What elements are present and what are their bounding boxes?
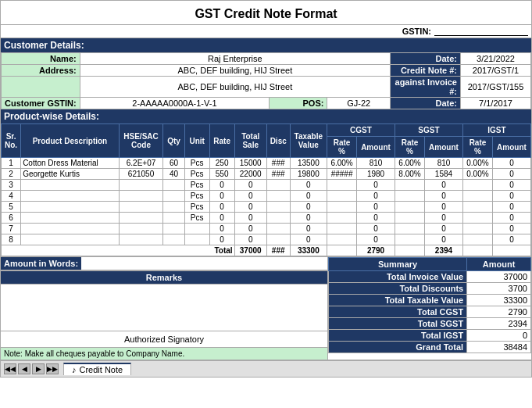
customer-gstin-row: Customer GSTIN: 2-AAAAA0000A-1-V-1 POS: …	[2, 98, 531, 109]
items-header-row1: Sr. No. Product Description HSE/SAC Code…	[2, 124, 531, 137]
col-hse: HSE/SAC Code	[119, 124, 162, 158]
customer-info-table: Name: Raj Enterprise Date: 3/21/2022 Add…	[1, 52, 531, 109]
table-row: 1Cotton Dress Material6.2E+0760Pcs250150…	[2, 158, 531, 169]
gstin-row: GSTIN:	[1, 25, 531, 38]
gstin-value[interactable]	[434, 27, 528, 36]
product-section-header: Product-wise Details:	[1, 109, 531, 123]
words-label: Amount in Words:	[1, 257, 81, 270]
words-row: Amount in Words:	[1, 257, 327, 270]
items-tbody: 1Cotton Dress Material6.2E+0760Pcs250150…	[2, 158, 531, 245]
total-disc: ###	[266, 245, 290, 256]
col-unit: Unit	[184, 124, 209, 158]
col-disc: Disc	[266, 124, 290, 158]
summary-tbody: Total Invoice Value37000Total Discounts3…	[329, 271, 531, 353]
table-row: 5Pcs000000	[2, 202, 531, 213]
words-value[interactable]	[81, 257, 327, 270]
total-cgst: 2790	[357, 245, 395, 256]
tab-label: Credit Note	[80, 365, 123, 374]
name-label: Name:	[2, 53, 80, 65]
note-row: Note: Make all cheques payable to Compan…	[1, 347, 327, 360]
remarks-label: Remarks	[1, 271, 327, 284]
spreadsheet-container: GST Credit Note Format GSTIN: Customer D…	[0, 0, 532, 378]
summary-row: Total SGST2394	[329, 318, 531, 330]
table-row: 7000000	[2, 224, 531, 234]
table-row: 3Pcs000000	[2, 180, 531, 191]
remarks-content[interactable]	[1, 284, 327, 331]
col-sr: Sr. No.	[2, 124, 21, 158]
page-title: GST Credit Note Format	[1, 7, 531, 21]
pos-value[interactable]: GJ-22	[327, 98, 391, 109]
nav-next[interactable]: ▶	[32, 363, 45, 374]
col-rate: Rate	[209, 124, 234, 158]
nav-arrows: ◀◀ ◀ ▶ ▶▶	[4, 363, 59, 374]
table-row: 2Georgette Kurtis62105040Pcs55022000###1…	[2, 169, 531, 180]
bottom-section: Amount in Words: Remarks Authorized Sign…	[1, 256, 531, 360]
title-row: GST Credit Note Format	[1, 1, 531, 25]
tab-bar: ◀◀ ◀ ▶ ▶▶ ♪ Credit Note	[1, 360, 531, 377]
name-value[interactable]: Raj Enterprise	[80, 53, 390, 65]
items-tfoot: Total 37000 ### 33300 2790 2394	[2, 245, 531, 256]
col-sgst-rate: Rate %	[395, 137, 424, 158]
summary-row: Total CGST2790	[329, 306, 531, 318]
items-table: Sr. No. Product Description HSE/SAC Code…	[1, 123, 531, 256]
against-invoice-value[interactable]: 2017/GST/155	[461, 77, 531, 98]
summary-row: Total Discounts3700	[329, 283, 531, 295]
col-igst-amount: Amount	[493, 137, 531, 158]
summary-row: Total IGST0	[329, 330, 531, 342]
tab-credit-note[interactable]: ♪ Credit Note	[63, 363, 131, 375]
col-taxable: Taxable Value	[290, 124, 327, 158]
col-igst-rate: Rate %	[462, 137, 492, 158]
nav-last[interactable]: ▶▶	[46, 363, 59, 374]
col-igst-header: IGST	[462, 124, 530, 137]
table-row: 8000000	[2, 234, 531, 245]
summary-col-label: Summary	[329, 258, 467, 271]
total-sgst: 2394	[425, 245, 463, 256]
customer-section-header: Customer Details:	[1, 38, 531, 52]
col-qty: Qty	[163, 124, 184, 158]
summary-row: Total Invoice Value37000	[329, 271, 531, 283]
col-sgst-header: SGST	[395, 124, 462, 137]
signatory-label: Authorized Signatory	[124, 335, 204, 344]
customer-address2-row: ABC, DEF building, HIJ Street against In…	[2, 77, 531, 98]
customer-address1-row: Address: ABC, DEF building, HIJ Street C…	[2, 65, 531, 77]
col-product: Product Description	[21, 124, 120, 158]
summary-row: Total Taxable Value33300	[329, 295, 531, 306]
col-cgst-rate: Rate %	[327, 137, 357, 158]
col-sgst-amount: Amount	[425, 137, 463, 158]
col-cgst-amount: Amount	[357, 137, 395, 158]
nav-prev[interactable]: ◀	[18, 363, 30, 374]
date-label: Date:	[391, 53, 461, 65]
pos-label: POS:	[270, 98, 327, 109]
total-row: Total 37000 ### 33300 2790 2394	[2, 245, 531, 256]
summary-col-amount: Amount	[467, 258, 531, 271]
summary-table: Summary Amount Total Invoice Value37000T…	[328, 257, 531, 353]
nav-first[interactable]: ◀◀	[4, 363, 16, 374]
customer-name-row: Name: Raj Enterprise Date: 3/21/2022	[2, 53, 531, 65]
date2-value[interactable]: 7/1/2017	[461, 98, 531, 109]
summary-section: Summary Amount Total Invoice Value37000T…	[328, 257, 531, 360]
summary-header-row: Summary Amount	[329, 258, 531, 271]
table-row: 6Pcs000000	[2, 213, 531, 224]
table-row: 4Pcs000000	[2, 191, 531, 202]
total-sale: 37000	[234, 245, 266, 256]
total-label: Total	[2, 245, 235, 256]
remarks-section: Remarks	[1, 270, 327, 331]
tab-icon: ♪	[72, 365, 77, 374]
customer-gstin-value[interactable]: 2-AAAAA0000A-1-V-1	[80, 98, 269, 109]
customer-gstin-label: Customer GSTIN:	[2, 98, 80, 109]
date2-label: Date:	[391, 98, 461, 109]
signatory-row: Authorized Signatory	[1, 331, 327, 347]
summary-row: Grand Total38484	[329, 342, 531, 353]
date-value[interactable]: 3/21/2022	[461, 53, 531, 65]
col-total-sale: Total Sale	[234, 124, 266, 158]
address2-value[interactable]: ABC, DEF building, HIJ Street	[80, 77, 390, 98]
credit-note-value[interactable]: 2017/GST/1	[461, 65, 531, 77]
gstin-label: GSTIN:	[402, 27, 431, 36]
bottom-left: Amount in Words: Remarks Authorized Sign…	[1, 257, 328, 360]
col-cgst-header: CGST	[327, 124, 395, 137]
total-taxable: 33300	[290, 245, 327, 256]
address1-value[interactable]: ABC, DEF building, HIJ Street	[80, 65, 390, 77]
credit-note-label: Credit Note #:	[391, 65, 461, 77]
against-invoice-label: against Invoice #:	[391, 77, 461, 98]
address-label: Address:	[2, 65, 80, 77]
